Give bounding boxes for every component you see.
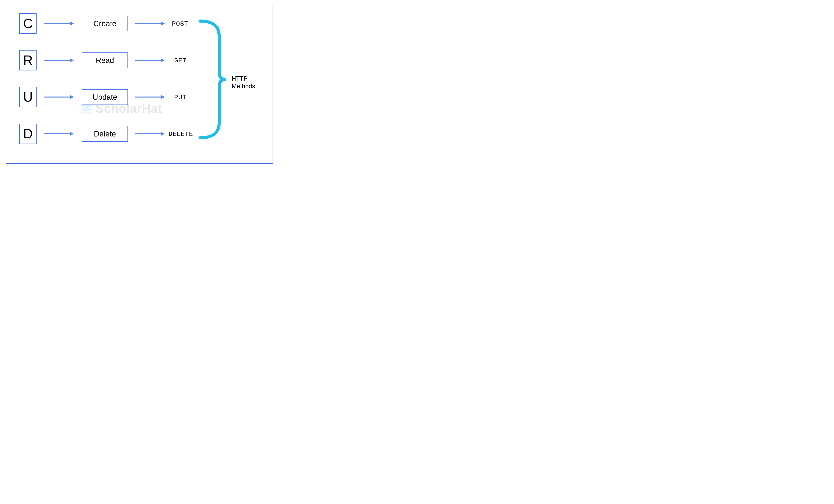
letter-d: D — [23, 127, 33, 140]
letter-u: U — [23, 90, 33, 104]
op-delete: Delete — [94, 130, 116, 138]
arrow-icon — [44, 94, 74, 100]
op-read: Read — [96, 56, 114, 65]
letter-box-d: D — [19, 124, 37, 144]
svg-marker-14 — [161, 95, 165, 99]
op-box-delete: Delete — [82, 126, 128, 141]
svg-marker-4 — [70, 22, 74, 25]
svg-marker-12 — [70, 95, 74, 99]
letter-box-c: C — [19, 14, 37, 34]
method-put: PUT — [174, 94, 186, 101]
arrow-icon — [44, 131, 74, 137]
op-box-create: Create — [82, 16, 128, 31]
method-post: POST — [172, 20, 188, 27]
letter-c: C — [23, 17, 33, 30]
letter-box-u: U — [19, 87, 37, 107]
method-delete: DELETE — [169, 131, 193, 138]
op-create: Create — [93, 19, 116, 28]
svg-marker-6 — [161, 22, 165, 25]
arrow-icon — [44, 58, 74, 63]
op-update: Update — [93, 93, 117, 102]
svg-marker-8 — [70, 58, 74, 62]
group-label: HTTP Methods — [232, 75, 255, 90]
svg-marker-16 — [70, 132, 74, 136]
arrow-icon — [135, 94, 165, 100]
arrow-icon — [135, 131, 165, 137]
group-label-line1: HTTP — [232, 75, 248, 82]
op-box-read: Read — [82, 52, 128, 68]
arrow-icon — [135, 21, 165, 26]
group-label-line2: Methods — [232, 83, 255, 90]
bracket-icon — [196, 19, 227, 140]
method-get: GET — [174, 57, 186, 64]
letter-box-r: R — [19, 50, 37, 70]
arrow-icon — [44, 21, 74, 26]
arrow-icon — [135, 58, 165, 63]
svg-marker-18 — [161, 132, 165, 136]
svg-marker-10 — [161, 58, 165, 62]
op-box-update: Update — [82, 89, 128, 105]
letter-r: R — [23, 53, 33, 67]
diagram-canvas: ScholarHat C Create POST R Read GET U Up… — [0, 0, 279, 169]
